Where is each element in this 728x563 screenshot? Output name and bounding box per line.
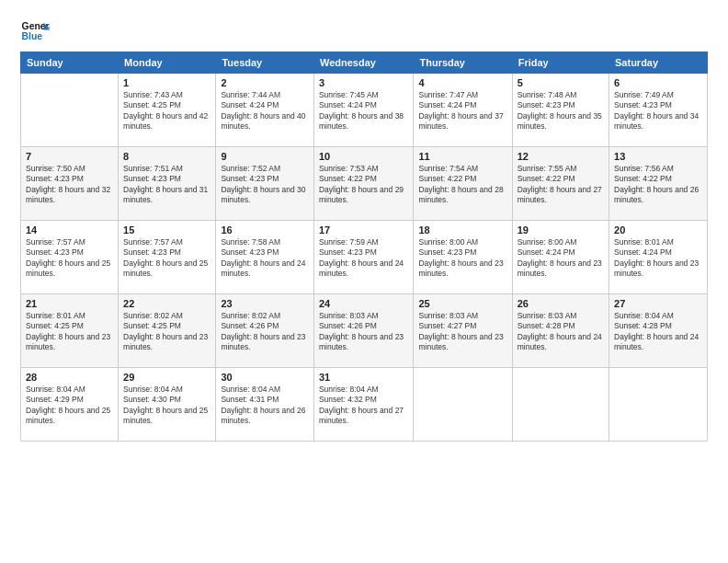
day-number: 26	[518, 298, 604, 309]
day-info: Sunrise: 7:57 AMSunset: 4:23 PMDaylight:…	[123, 237, 210, 280]
day-info: Sunrise: 8:03 AMSunset: 4:26 PMDaylight:…	[319, 311, 409, 353]
day-info: Sunrise: 8:04 AMSunset: 4:28 PMDaylight:…	[614, 311, 702, 353]
day-number: 28	[26, 372, 113, 383]
calendar-cell: 5 Sunrise: 7:48 AMSunset: 4:23 PMDayligh…	[512, 74, 609, 147]
weekday-header-wednesday: Wednesday	[313, 52, 414, 74]
day-info: Sunrise: 7:58 AMSunset: 4:23 PMDaylight:…	[221, 237, 309, 280]
week-row-2: 7 Sunrise: 7:50 AMSunset: 4:23 PMDayligh…	[21, 147, 708, 221]
day-info: Sunrise: 7:52 AMSunset: 4:23 PMDaylight:…	[221, 164, 309, 206]
week-row-1: 1 Sunrise: 7:43 AMSunset: 4:25 PMDayligh…	[21, 74, 708, 147]
day-info: Sunrise: 7:50 AMSunset: 4:23 PMDaylight:…	[26, 164, 113, 206]
day-info: Sunrise: 7:51 AMSunset: 4:23 PMDaylight:…	[123, 164, 210, 206]
calendar-cell: 13 Sunrise: 7:56 AMSunset: 4:22 PMDaylig…	[609, 147, 708, 221]
day-info: Sunrise: 7:49 AMSunset: 4:23 PMDaylight:…	[614, 90, 702, 132]
weekday-header-tuesday: Tuesday	[216, 52, 314, 74]
day-number: 17	[319, 224, 409, 236]
day-info: Sunrise: 7:47 AMSunset: 4:24 PMDaylight:…	[418, 90, 506, 132]
day-number: 18	[418, 224, 506, 236]
logo-icon: General Blue	[20, 17, 50, 46]
calendar-cell: 21 Sunrise: 8:01 AMSunset: 4:25 PMDaylig…	[21, 294, 119, 368]
calendar-cell: 18 Sunrise: 8:00 AMSunset: 4:23 PMDaylig…	[414, 221, 512, 294]
week-row-5: 28 Sunrise: 8:04 AMSunset: 4:29 PMDaylig…	[21, 368, 708, 442]
day-number: 25	[418, 298, 506, 309]
day-number: 27	[614, 298, 702, 309]
calendar-cell: 8 Sunrise: 7:51 AMSunset: 4:23 PMDayligh…	[119, 147, 216, 221]
day-number: 19	[518, 224, 604, 236]
day-info: Sunrise: 8:03 AMSunset: 4:27 PMDaylight:…	[418, 311, 506, 353]
calendar-cell	[414, 368, 512, 442]
day-number: 4	[418, 77, 506, 88]
svg-text:Blue: Blue	[22, 31, 43, 41]
calendar-cell: 16 Sunrise: 7:58 AMSunset: 4:23 PMDaylig…	[216, 221, 314, 294]
day-info: Sunrise: 8:04 AMSunset: 4:29 PMDaylight:…	[26, 385, 113, 427]
day-info: Sunrise: 8:04 AMSunset: 4:31 PMDaylight:…	[221, 385, 309, 427]
day-number: 15	[123, 224, 210, 236]
weekday-header-monday: Monday	[119, 52, 216, 74]
day-info: Sunrise: 7:54 AMSunset: 4:22 PMDaylight:…	[418, 164, 506, 206]
day-info: Sunrise: 7:55 AMSunset: 4:22 PMDaylight:…	[518, 164, 604, 206]
day-info: Sunrise: 8:04 AMSunset: 4:30 PMDaylight:…	[123, 385, 210, 427]
calendar-cell: 11 Sunrise: 7:54 AMSunset: 4:22 PMDaylig…	[414, 147, 512, 221]
calendar-cell	[512, 368, 609, 442]
calendar-cell: 1 Sunrise: 7:43 AMSunset: 4:25 PMDayligh…	[119, 74, 216, 147]
calendar-cell: 24 Sunrise: 8:03 AMSunset: 4:26 PMDaylig…	[313, 294, 414, 368]
day-info: Sunrise: 8:00 AMSunset: 4:23 PMDaylight:…	[418, 237, 506, 280]
day-number: 21	[26, 298, 113, 309]
day-info: Sunrise: 8:00 AMSunset: 4:24 PMDaylight:…	[518, 237, 604, 280]
day-info: Sunrise: 7:57 AMSunset: 4:23 PMDaylight:…	[26, 237, 113, 280]
day-info: Sunrise: 7:45 AMSunset: 4:24 PMDaylight:…	[319, 90, 409, 132]
day-info: Sunrise: 8:01 AMSunset: 4:25 PMDaylight:…	[26, 311, 113, 353]
calendar-cell: 10 Sunrise: 7:53 AMSunset: 4:22 PMDaylig…	[313, 147, 414, 221]
calendar-cell: 28 Sunrise: 8:04 AMSunset: 4:29 PMDaylig…	[21, 368, 119, 442]
day-number: 12	[518, 151, 604, 162]
calendar-cell	[609, 368, 708, 442]
calendar-cell: 7 Sunrise: 7:50 AMSunset: 4:23 PMDayligh…	[21, 147, 119, 221]
day-number: 3	[319, 77, 409, 88]
calendar-cell: 30 Sunrise: 8:04 AMSunset: 4:31 PMDaylig…	[216, 368, 314, 442]
day-number: 8	[123, 151, 210, 162]
day-info: Sunrise: 8:01 AMSunset: 4:24 PMDaylight:…	[614, 237, 702, 280]
day-number: 5	[518, 77, 604, 88]
weekday-header-thursday: Thursday	[414, 52, 512, 74]
day-number: 31	[319, 372, 409, 383]
week-row-3: 14 Sunrise: 7:57 AMSunset: 4:23 PMDaylig…	[21, 221, 708, 294]
calendar-cell: 6 Sunrise: 7:49 AMSunset: 4:23 PMDayligh…	[609, 74, 708, 147]
day-number: 29	[123, 372, 210, 383]
calendar-cell: 27 Sunrise: 8:04 AMSunset: 4:28 PMDaylig…	[609, 294, 708, 368]
day-info: Sunrise: 7:43 AMSunset: 4:25 PMDaylight:…	[123, 90, 210, 132]
calendar-cell: 3 Sunrise: 7:45 AMSunset: 4:24 PMDayligh…	[313, 74, 414, 147]
logo: General Blue	[20, 17, 53, 46]
calendar-cell	[21, 74, 119, 147]
calendar-cell: 9 Sunrise: 7:52 AMSunset: 4:23 PMDayligh…	[216, 147, 314, 221]
day-number: 6	[614, 77, 702, 88]
calendar-cell: 12 Sunrise: 7:55 AMSunset: 4:22 PMDaylig…	[512, 147, 609, 221]
weekday-header-friday: Friday	[512, 52, 609, 74]
day-number: 10	[319, 151, 409, 162]
calendar-cell: 29 Sunrise: 8:04 AMSunset: 4:30 PMDaylig…	[119, 368, 216, 442]
day-number: 9	[221, 151, 309, 162]
calendar-cell: 17 Sunrise: 7:59 AMSunset: 4:23 PMDaylig…	[313, 221, 414, 294]
weekday-header-saturday: Saturday	[609, 52, 708, 74]
calendar-cell: 19 Sunrise: 8:00 AMSunset: 4:24 PMDaylig…	[512, 221, 609, 294]
calendar-cell: 31 Sunrise: 8:04 AMSunset: 4:32 PMDaylig…	[313, 368, 414, 442]
calendar-cell: 14 Sunrise: 7:57 AMSunset: 4:23 PMDaylig…	[21, 221, 119, 294]
calendar-table: SundayMondayTuesdayWednesdayThursdayFrid…	[20, 52, 708, 442]
calendar-cell: 23 Sunrise: 8:02 AMSunset: 4:26 PMDaylig…	[216, 294, 314, 368]
weekday-header-row: SundayMondayTuesdayWednesdayThursdayFrid…	[21, 52, 708, 74]
day-number: 14	[26, 224, 113, 236]
day-number: 20	[614, 224, 702, 236]
calendar-cell: 22 Sunrise: 8:02 AMSunset: 4:25 PMDaylig…	[119, 294, 216, 368]
header: General Blue	[20, 17, 708, 46]
day-info: Sunrise: 7:48 AMSunset: 4:23 PMDaylight:…	[518, 90, 604, 132]
calendar-cell: 4 Sunrise: 7:47 AMSunset: 4:24 PMDayligh…	[414, 74, 512, 147]
day-info: Sunrise: 7:59 AMSunset: 4:23 PMDaylight:…	[319, 237, 409, 280]
day-info: Sunrise: 8:04 AMSunset: 4:32 PMDaylight:…	[319, 385, 409, 427]
day-number: 23	[221, 298, 309, 309]
day-number: 11	[418, 151, 506, 162]
day-number: 1	[123, 77, 210, 88]
calendar-cell: 20 Sunrise: 8:01 AMSunset: 4:24 PMDaylig…	[609, 221, 708, 294]
day-number: 2	[221, 77, 309, 88]
day-info: Sunrise: 7:56 AMSunset: 4:22 PMDaylight:…	[614, 164, 702, 206]
calendar-cell: 2 Sunrise: 7:44 AMSunset: 4:24 PMDayligh…	[216, 74, 314, 147]
week-row-4: 21 Sunrise: 8:01 AMSunset: 4:25 PMDaylig…	[21, 294, 708, 368]
